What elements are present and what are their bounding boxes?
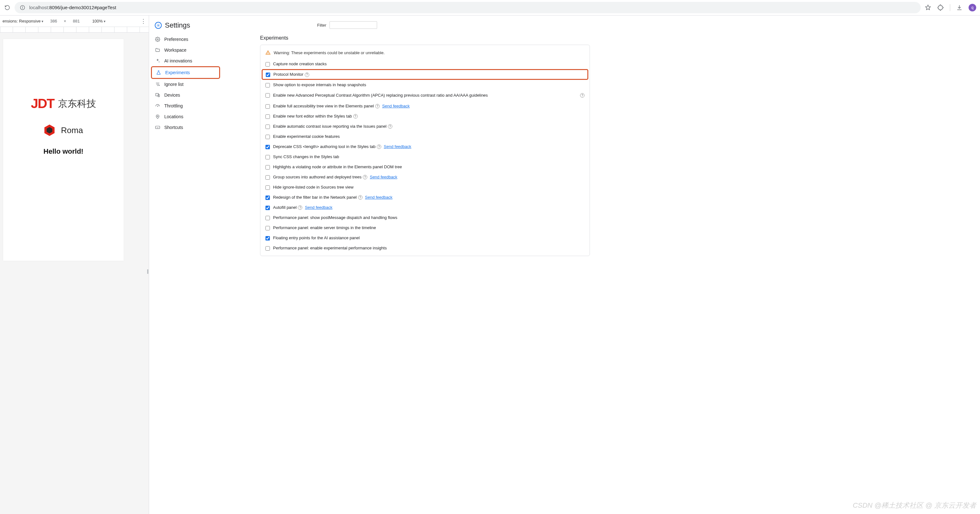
experiment-checkbox[interactable]	[266, 145, 270, 149]
help-circle-icon[interactable]: ?	[353, 114, 358, 119]
nav-item-label: Preferences	[164, 37, 188, 42]
experiment-checkbox[interactable]	[266, 186, 270, 190]
help-circle-icon[interactable]: ?	[388, 124, 392, 128]
experiment-checkbox[interactable]	[266, 104, 270, 109]
experiment-checkbox[interactable]	[266, 175, 270, 180]
experiment-checkbox[interactable]	[266, 114, 270, 119]
experiment-checkbox[interactable]	[266, 73, 270, 77]
svg-point-13	[157, 106, 158, 106]
dimension-separator: ×	[64, 19, 66, 24]
experiment-checkbox[interactable]	[266, 246, 270, 251]
nav-item-label: Throttling	[164, 103, 183, 108]
experiment-label: Hide ignore-listed code in Sources tree …	[273, 185, 584, 189]
jdt-mark-text: JDT	[31, 96, 54, 111]
svg-rect-11	[158, 94, 159, 97]
pane-resize-handle[interactable]: ||	[146, 265, 149, 278]
help-circle-icon[interactable]: ?	[363, 175, 367, 179]
experiments-section-title: Experiments	[260, 35, 590, 41]
experiment-row: Redesign of the filter bar in the Networ…	[266, 192, 584, 203]
svg-point-14	[157, 116, 158, 117]
experiment-checkbox[interactable]	[266, 155, 270, 159]
device-toolbar-menu-icon[interactable]: ⋮	[140, 18, 146, 25]
experiment-checkbox[interactable]	[266, 226, 270, 230]
experiment-checkbox[interactable]	[266, 195, 270, 200]
info-icon[interactable]	[19, 4, 26, 11]
reload-icon[interactable]	[4, 4, 11, 11]
experiment-label: Show option to expose internals in heap …	[273, 82, 584, 87]
responsive-mode-dropdown[interactable]: ensions: Responsive	[3, 19, 43, 24]
filter-row: Filter	[317, 21, 590, 29]
experiment-checkbox[interactable]	[266, 62, 270, 67]
nav-item-locations[interactable]: Locations	[149, 111, 222, 122]
preview-area: JDT 京东科技 Roma Hello world!	[0, 33, 149, 514]
nav-item-ignore-list[interactable]: Ignore list	[149, 79, 222, 90]
help-circle-icon[interactable]: ?	[305, 73, 309, 77]
nav-item-devices[interactable]: Devices	[149, 90, 222, 100]
extensions-icon[interactable]	[937, 4, 944, 11]
experiment-row: Enable new Advanced Perceptual Contrast …	[266, 90, 584, 101]
experiment-checkbox[interactable]	[266, 135, 270, 139]
nav-item-experiments[interactable]: Experiments	[152, 67, 219, 78]
zoom-dropdown[interactable]: 100%	[92, 19, 106, 24]
experiment-checkbox[interactable]	[266, 93, 270, 98]
help-circle-icon[interactable]: ?	[358, 195, 363, 200]
experiment-row: Autofill panel?Send feedback	[266, 203, 584, 213]
nav-item-shortcuts[interactable]: Shortcuts	[149, 122, 222, 133]
device-preview-pane: ensions: Responsive × 100% ⋮ JDT 京东科技 Ro…	[0, 16, 149, 514]
experiment-label: Protocol Monitor?	[274, 72, 584, 77]
experiment-checkbox[interactable]	[266, 165, 270, 170]
warning-triangle-icon	[266, 50, 270, 55]
profile-avatar[interactable]: q	[969, 4, 976, 11]
viewport-width-input[interactable]	[46, 18, 61, 24]
help-circle-icon[interactable]: ?	[298, 205, 302, 210]
gear-icon	[155, 36, 161, 42]
experiment-row: Hide ignore-listed code in Sources tree …	[266, 182, 584, 192]
send-feedback-link[interactable]: Send feedback	[384, 144, 411, 149]
experiment-label: Deprecate CSS <length> authoring tool in…	[273, 144, 584, 149]
settings-header: Settings	[149, 21, 222, 34]
url-text: localhost:8096/jue-demo30012#pageTest	[29, 5, 116, 10]
experiment-label: Performance panel: enable experimental p…	[273, 246, 584, 250]
settings-pane: Settings PreferencesWorkspaceAI innovati…	[149, 16, 980, 514]
device-toolbar: ensions: Responsive × 100% ⋮	[0, 16, 149, 27]
experiment-checkbox[interactable]	[266, 236, 270, 241]
settings-gear-ring-icon	[155, 22, 162, 29]
experiment-row: Floating entry points for the AI assista…	[266, 233, 584, 243]
send-feedback-link[interactable]: Send feedback	[370, 175, 398, 179]
experiment-row: Highlights a violating node or attribute…	[266, 162, 584, 172]
help-circle-icon[interactable]: ?	[375, 104, 380, 108]
nav-item-workspace[interactable]: Workspace	[149, 45, 222, 56]
nav-item-throttling[interactable]: Throttling	[149, 100, 222, 111]
help-circle-icon[interactable]: ?	[580, 93, 584, 98]
experiment-checkbox[interactable]	[266, 206, 270, 210]
send-feedback-link[interactable]: Send feedback	[382, 104, 410, 108]
download-icon[interactable]	[956, 4, 963, 11]
experiment-label: Redesign of the filter bar in the Networ…	[273, 195, 584, 200]
roma-label: Roma	[61, 125, 83, 135]
experiment-label: Capture node creation stacks	[273, 62, 584, 66]
filter-label: Filter	[317, 23, 326, 28]
filter-input[interactable]	[329, 21, 377, 29]
nav-highlight-box: Experiments	[151, 66, 220, 79]
roma-icon	[44, 124, 55, 136]
experiment-checkbox[interactable]	[266, 125, 270, 129]
help-circle-icon[interactable]: ?	[377, 144, 381, 149]
nav-item-preferences[interactable]: Preferences	[149, 34, 222, 45]
experiment-label: Performance panel: enable server timings…	[273, 225, 584, 230]
filter-x-icon	[155, 81, 161, 87]
svg-rect-15	[155, 126, 159, 128]
experiment-label: Enable full accessibility tree view in t…	[273, 104, 584, 109]
nav-item-ai-innovations[interactable]: AI innovations	[149, 56, 222, 66]
experiment-row: Enable automatic contrast issue reportin…	[266, 121, 584, 132]
viewport-height-input[interactable]	[69, 18, 84, 24]
settings-nav: Settings PreferencesWorkspaceAI innovati…	[149, 16, 222, 514]
nav-item-label: Experiments	[165, 70, 190, 75]
experiment-checkbox[interactable]	[266, 216, 270, 220]
sparkle-icon	[155, 58, 161, 64]
experiment-row: Performance panel: enable server timings…	[266, 223, 584, 233]
send-feedback-link[interactable]: Send feedback	[365, 195, 393, 200]
address-bar[interactable]: localhost:8096/jue-demo30012#pageTest	[14, 2, 921, 13]
send-feedback-link[interactable]: Send feedback	[305, 205, 332, 210]
experiment-checkbox[interactable]	[266, 83, 270, 87]
bookmark-star-icon[interactable]	[924, 4, 931, 11]
